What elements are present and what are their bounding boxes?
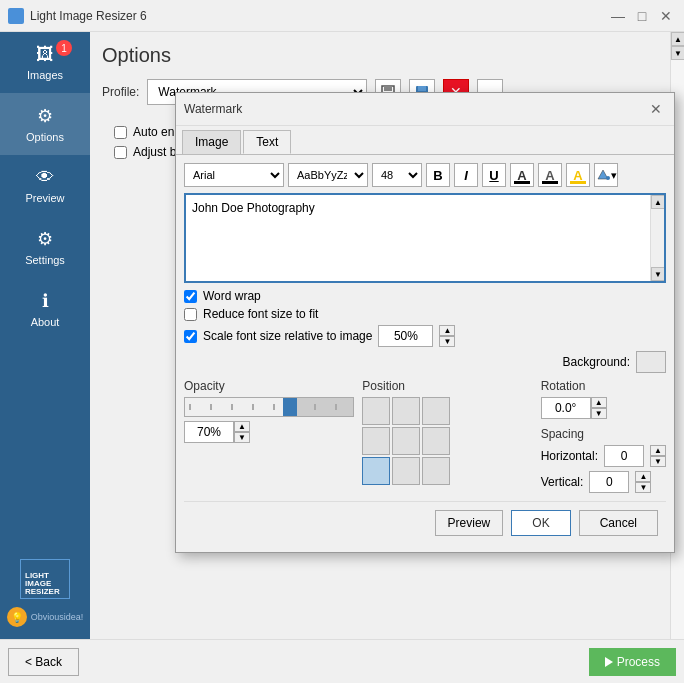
app-window: Light Image Resizer 6 — □ ✕ 🖼 Images 1 ⚙… xyxy=(0,0,684,683)
pos-top-right[interactable] xyxy=(422,397,450,425)
sidebar-item-settings[interactable]: ⚙ Settings xyxy=(0,216,90,278)
font-toolbar: Arial AaBbYyZz 48 B I U A xyxy=(184,163,666,187)
sidebar-item-about[interactable]: ℹ About xyxy=(0,278,90,340)
font-size-select[interactable]: 48 xyxy=(372,163,422,187)
bold-button[interactable]: B xyxy=(426,163,450,187)
close-button[interactable]: ✕ xyxy=(656,6,676,26)
sidebar-item-options[interactable]: ⚙ Options xyxy=(0,93,90,155)
svg-rect-8 xyxy=(418,86,426,91)
sidebar-brand: 💡 Obviousidea! xyxy=(3,603,88,631)
preview-button[interactable]: Preview xyxy=(435,510,504,536)
scale-font-checkbox[interactable] xyxy=(184,330,197,343)
adjust-brightness-checkbox[interactable] xyxy=(114,146,127,159)
text-color-button[interactable]: A xyxy=(510,163,534,187)
scale-font-down[interactable]: ▼ xyxy=(439,336,455,347)
scale-font-label: Scale font size relative to image xyxy=(203,329,372,343)
opacity-spinner-btns: ▲ ▼ xyxy=(234,421,250,443)
font-preview-select[interactable]: AaBbYyZz xyxy=(288,163,368,187)
auto-enhance-checkbox[interactable] xyxy=(114,126,127,139)
opacity-value-input[interactable] xyxy=(184,421,234,443)
opacity-value-spinner: ▲ ▼ xyxy=(184,421,354,443)
app-title: Light Image Resizer 6 xyxy=(30,9,608,23)
ok-button[interactable]: OK xyxy=(511,510,570,536)
play-icon xyxy=(605,657,613,667)
title-bar-controls: — □ ✕ xyxy=(608,6,676,26)
back-button[interactable]: < Back xyxy=(8,648,79,676)
images-badge: 1 xyxy=(56,40,72,56)
pos-top-left[interactable] xyxy=(362,397,390,425)
process-button[interactable]: Process xyxy=(589,648,676,676)
title-bar: Light Image Resizer 6 — □ ✕ xyxy=(0,0,684,32)
horizontal-spinner: ▲ ▼ xyxy=(650,445,666,467)
svg-text:RESIZER: RESIZER xyxy=(25,587,60,596)
vertical-value-input[interactable] xyxy=(589,471,629,493)
minimize-button[interactable]: — xyxy=(608,6,628,26)
horizontal-spacing-row: Horizontal: ▲ ▼ xyxy=(541,445,666,467)
fill-button[interactable]: ▾ xyxy=(594,163,618,187)
text-color2-button[interactable]: A xyxy=(538,163,562,187)
dialog-close-button[interactable]: ✕ xyxy=(646,99,666,119)
horizontal-value-input[interactable] xyxy=(604,445,644,467)
pos-mid-center[interactable] xyxy=(392,427,420,455)
highlight-color-button[interactable]: A xyxy=(566,163,590,187)
reduce-font-checkbox[interactable] xyxy=(184,308,197,321)
opacity-up-button[interactable]: ▲ xyxy=(234,421,250,432)
position-label: Position xyxy=(362,379,532,393)
underline-button[interactable]: U xyxy=(482,163,506,187)
settings-icon: ⚙ xyxy=(37,228,53,250)
tab-text[interactable]: Text xyxy=(243,130,291,154)
sidebar-item-images[interactable]: 🖼 Images 1 xyxy=(0,32,90,93)
opacity-slider-track[interactable] xyxy=(184,397,354,417)
vertical-up-button[interactable]: ▲ xyxy=(635,471,651,482)
scroll-down-button[interactable]: ▼ xyxy=(671,46,684,60)
watermark-text-input[interactable]: John Doe Photography xyxy=(186,195,650,281)
scroll-up-button[interactable]: ▲ xyxy=(671,32,684,46)
opacity-slider-thumb[interactable] xyxy=(283,398,297,416)
word-wrap-checkbox[interactable] xyxy=(184,290,197,303)
bottom-section: Opacity xyxy=(184,379,666,497)
scale-font-value[interactable] xyxy=(378,325,433,347)
tab-content: Arial AaBbYyZz 48 B I U A xyxy=(176,154,674,552)
font-family-select[interactable]: Arial xyxy=(184,163,284,187)
sidebar-bottom: LIGHT IMAGE RESIZER 💡 Obviousidea! xyxy=(0,551,90,639)
sidebar-item-label-preview: Preview xyxy=(25,192,64,204)
pos-mid-right[interactable] xyxy=(422,427,450,455)
text-color-indicator xyxy=(514,181,530,184)
highlight-color-indicator xyxy=(570,181,586,184)
horizontal-label: Horizontal: xyxy=(541,449,598,463)
pos-top-center[interactable] xyxy=(392,397,420,425)
horizontal-down-button[interactable]: ▼ xyxy=(650,456,666,467)
text-scroll-down[interactable]: ▼ xyxy=(651,267,665,281)
scale-font-row: Scale font size relative to image ▲ ▼ xyxy=(184,325,666,347)
rotation-value-input[interactable] xyxy=(541,397,591,419)
text-scroll-up[interactable]: ▲ xyxy=(651,195,665,209)
reduce-font-label: Reduce font size to fit xyxy=(203,307,318,321)
italic-button[interactable]: I xyxy=(454,163,478,187)
cancel-button[interactable]: Cancel xyxy=(579,510,658,536)
pos-bot-right[interactable] xyxy=(422,457,450,485)
pos-bot-left[interactable] xyxy=(362,457,390,485)
background-color-picker[interactable] xyxy=(636,351,666,373)
pos-mid-left[interactable] xyxy=(362,427,390,455)
text-scroll-track xyxy=(651,209,664,267)
about-icon: ℹ xyxy=(42,290,49,312)
images-icon: 🖼 xyxy=(36,44,54,65)
tab-bar: Image Text xyxy=(176,126,674,154)
vertical-down-button[interactable]: ▼ xyxy=(635,482,651,493)
scale-font-spinner: ▲ ▼ xyxy=(439,325,455,347)
opacity-down-button[interactable]: ▼ xyxy=(234,432,250,443)
rotation-up-button[interactable]: ▲ xyxy=(591,397,607,408)
word-wrap-label: Word wrap xyxy=(203,289,261,303)
dialog-title: Watermark xyxy=(184,102,646,116)
dialog-title-bar: Watermark ✕ xyxy=(176,93,674,126)
tab-image[interactable]: Image xyxy=(182,130,241,154)
opacity-section: Opacity xyxy=(184,379,354,497)
rotation-down-button[interactable]: ▼ xyxy=(591,408,607,419)
maximize-button[interactable]: □ xyxy=(632,6,652,26)
watermark-dialog: Watermark ✕ Image Text xyxy=(175,92,675,553)
horizontal-up-button[interactable]: ▲ xyxy=(650,445,666,456)
sidebar-item-preview[interactable]: 👁 Preview xyxy=(0,155,90,216)
brand-label: Obviousidea! xyxy=(31,612,84,622)
pos-bot-center[interactable] xyxy=(392,457,420,485)
scale-font-up[interactable]: ▲ xyxy=(439,325,455,336)
